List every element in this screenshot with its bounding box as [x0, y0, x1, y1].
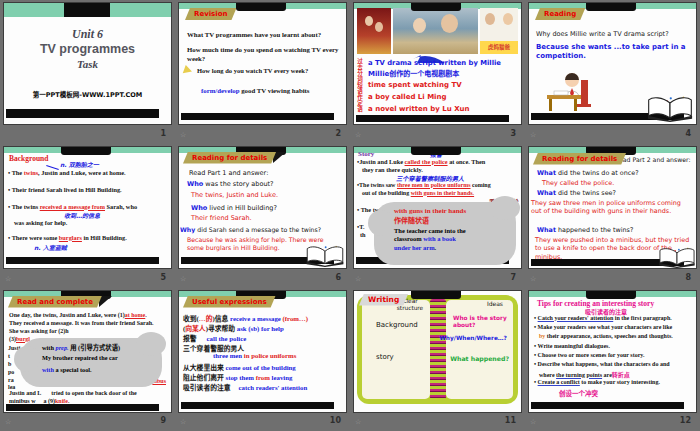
example-phrase-1: a TV drama script written by Millie [368, 59, 501, 67]
right-page-heading: Ideas [487, 300, 503, 307]
page-number: 4 [685, 129, 691, 138]
page-number: 1 [160, 129, 166, 138]
example-phrase-1-cn: Millie创作的一个电视剧剧本 [368, 68, 459, 78]
thumbnail-marker-icon: ☆ [530, 276, 536, 283]
slide-thumbnail-10[interactable]: Useful expressions 收到(…的)信息 receive a me… [178, 290, 347, 413]
template-header-block [411, 3, 461, 11]
revision-question-3: How long do you watch TV every week? [197, 67, 308, 74]
story-fragment-2: •T. [357, 223, 365, 230]
grid-cell-2: Revision What TV programmes have you lea… [175, 0, 350, 144]
idea-question-2: Why/When/Where…? [439, 335, 507, 341]
cloud-phrase: with guns in their hands [394, 207, 512, 215]
grid-cell-5: Background n. 双胞胎之一 • The twins, Justin … [0, 144, 175, 288]
background-bullet-4: • There were some burglars in Hill Build… [8, 234, 127, 241]
slide-thumbnail-12[interactable]: Tips for creating an interesting story 吸… [528, 290, 697, 413]
grid-cell-12: Tips for creating an interesting story 吸… [525, 288, 700, 431]
section-banner: Reading for details [533, 153, 626, 165]
slide-thumbnail-6[interactable]: Reading for details Read Part 1 and answ… [178, 146, 347, 269]
template-header-block [411, 147, 461, 155]
occluded-fragment: po [8, 369, 14, 375]
question-1: Who was the story about? [187, 180, 274, 188]
lesson-subtitle: Task [4, 58, 171, 70]
example-phrase-2: time spent watching TV [368, 81, 462, 89]
template-header-block [411, 291, 461, 299]
idea-question-1: Who is the story about? [453, 315, 515, 329]
section-banner: Reading [535, 8, 585, 20]
reading-question: Why does Millie write a TV drama script? [536, 30, 669, 38]
cloze-line-2: They received a message. It was from the… [9, 320, 153, 326]
occluded-fragment: ra [8, 377, 14, 383]
template-footer-bar [6, 257, 159, 264]
expression-row-2: (向某人)寻求帮助 ask (sb) for help [183, 323, 284, 333]
slide-thumbnail-3[interactable]: 虎妈猫爸 过去分词短语作定语 a TV drama script written… [353, 2, 522, 125]
page-number: 9 [160, 416, 166, 425]
template-header-block [236, 3, 286, 11]
unit-title: Unit 6 [4, 27, 171, 42]
grammar-note-cloud: with prep. 用 (引导方式状语) My brother repaire… [20, 338, 162, 387]
slide-thumbnail-9[interactable]: Read and complete One day, the twins, Ju… [3, 290, 172, 413]
grid-cell-9: Read and complete One day, the twins, Ju… [0, 288, 175, 431]
slide-thumbnail-7[interactable]: Story 报警 •Justin and Luke called the pol… [353, 146, 522, 269]
section-banner: Useful expressions [183, 296, 276, 308]
template-header-block [61, 147, 111, 155]
slide-thumbnail-5[interactable]: Background n. 双胞胎之一 • The twins, Justin … [3, 146, 172, 269]
cloud-example-2: with a special tool. [42, 366, 158, 373]
page-number: 3 [510, 129, 516, 138]
occluded-fragment: t [8, 353, 10, 359]
template-footer-bar [6, 109, 159, 118]
expression-row-3: 报警call the police [183, 333, 246, 343]
story-line-2-cont: out of the building with guns in their h… [362, 190, 474, 196]
slide-thumbnail-4[interactable]: Reading Why does Millie write a TV drama… [528, 2, 697, 125]
page-number: 5 [160, 273, 166, 282]
open-book-illustration [658, 244, 696, 268]
template-footer-bar [6, 404, 159, 411]
thumbnail-marker-icon: ☆ [180, 132, 186, 139]
slide-thumbnail-8[interactable]: Reading for details Read Part 2 and answ… [528, 146, 697, 269]
tip-4: • Choose two or more scenes for your sto… [534, 352, 644, 358]
slide-thumbnail-2[interactable]: Revision What TV programmes have you lea… [178, 2, 347, 125]
example-phrase-4: a novel written by Lu Xun [368, 105, 470, 113]
poster-3-title: 虎妈猫爸 [480, 41, 518, 54]
thumbnail-marker-icon: ☆ [530, 419, 536, 426]
grid-cell-8: Reading for details Read Part 2 and answ… [525, 144, 700, 288]
story-line-1-cont: they ran there quickly. [362, 166, 423, 173]
expression-row-4-en: three men in police uniforms [213, 352, 296, 359]
thumbnail-marker-icon: ☆ [355, 132, 361, 139]
tip-3: • Write meaningful dialogues. [534, 343, 610, 349]
slide-title: Story [358, 150, 374, 158]
thumbnail-marker-icon: ☆ [5, 419, 11, 426]
poster-image-1 [357, 8, 391, 54]
slide-title: Background [9, 154, 48, 163]
section-banner: Writing [359, 294, 408, 306]
annotation-received: 收到…的信息 [64, 211, 100, 220]
thumbnail-marker-icon: ☆ [5, 276, 11, 283]
slide-thumbnail-11[interactable]: Writing Clear structure Background story… [353, 290, 522, 413]
answer-1: They called the police. [542, 179, 614, 187]
grid-cell-7: Story 报警 •Justin and Luke called the pol… [350, 144, 525, 288]
background-bullet-1: • The twins, Justin and Luke, were at ho… [8, 169, 126, 176]
tip-2: • Make your readers see what your charac… [534, 324, 672, 330]
cloud-example-1: My brother repaired the car [42, 354, 158, 361]
tip-6: • Create a conflict to make your story i… [534, 379, 660, 385]
cloud-grammar-cn: 作伴随状语 [394, 215, 512, 225]
grid-cell-11: Writing Clear structure Background story… [350, 288, 525, 431]
poster-image-3: 虎妈猫爸 [480, 8, 518, 54]
answer-2: They saw three men in police uniforms co… [531, 199, 693, 216]
template-footer-bar [531, 402, 684, 409]
cloud-example: The teacher came into the classroom with… [394, 227, 512, 253]
question-1: What did the twins do at once? [537, 169, 639, 177]
grid-cell-10: Useful expressions 收到(…的)信息 receive a me… [175, 288, 350, 431]
tip-2-cont: by their appearance, actions, speeches a… [539, 333, 673, 339]
revision-question-1: What TV programmes have you learnt about… [187, 31, 321, 38]
example-phrase-3: a boy called Li Ming [368, 93, 447, 101]
open-book-illustration [305, 242, 345, 267]
template-header-block [64, 3, 110, 17]
story-fragment-3: th [360, 231, 366, 238]
revision-phrase: form/develop good TV viewing habits [201, 87, 310, 94]
slide-thumbnail-1[interactable]: Unit 6 TV programmes Task 第一PPT模板网-WWW.1… [3, 2, 172, 125]
thumbnail-marker-icon: ☆ [530, 132, 536, 139]
background-bullet-3: • The twins received a message from Sara… [8, 203, 137, 210]
page-number: 8 [685, 273, 691, 282]
poster-image-2 [393, 8, 478, 54]
expression-row-5: 从大楼里出来 come out of the building [183, 362, 296, 372]
